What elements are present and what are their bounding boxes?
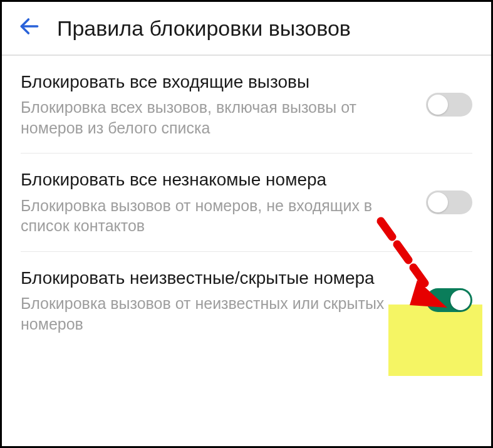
setting-block-all-incoming[interactable]: Блокировать все входящие вызовы Блокиров… xyxy=(21,56,472,154)
toggle-knob xyxy=(428,192,448,212)
toggle-knob xyxy=(428,95,448,115)
settings-list: Блокировать все входящие вызовы Блокиров… xyxy=(2,56,491,349)
toggle-block-hidden-numbers[interactable] xyxy=(426,288,472,312)
header-bar: Правила блокировки вызовов xyxy=(2,2,491,56)
setting-desc: Блокировка вызовов от номеров, не входящ… xyxy=(21,195,413,236)
toggle-block-unknown-numbers[interactable] xyxy=(426,190,472,214)
setting-title: Блокировать все незнакомые номера xyxy=(21,169,413,191)
toggle-block-all-incoming[interactable] xyxy=(426,93,472,117)
setting-title: Блокировать неизвестные/скрытые номера xyxy=(21,267,413,289)
page-title: Правила блокировки вызовов xyxy=(57,16,351,41)
setting-block-unknown-numbers[interactable]: Блокировать все незнакомые номера Блокир… xyxy=(21,154,472,251)
back-arrow-icon[interactable] xyxy=(18,14,41,42)
setting-text: Блокировать все входящие вызовы Блокиров… xyxy=(21,71,426,138)
setting-title: Блокировать все входящие вызовы xyxy=(21,71,413,93)
setting-desc: Блокировка вызовов от неизвестных или ск… xyxy=(21,293,413,334)
annotation-highlight xyxy=(388,305,482,376)
toggle-knob xyxy=(450,290,470,310)
setting-text: Блокировать все незнакомые номера Блокир… xyxy=(21,169,426,236)
setting-desc: Блокировка всех вызовов, включая вызовы … xyxy=(21,97,413,138)
setting-text: Блокировать неизвестные/скрытые номера Б… xyxy=(21,267,426,334)
